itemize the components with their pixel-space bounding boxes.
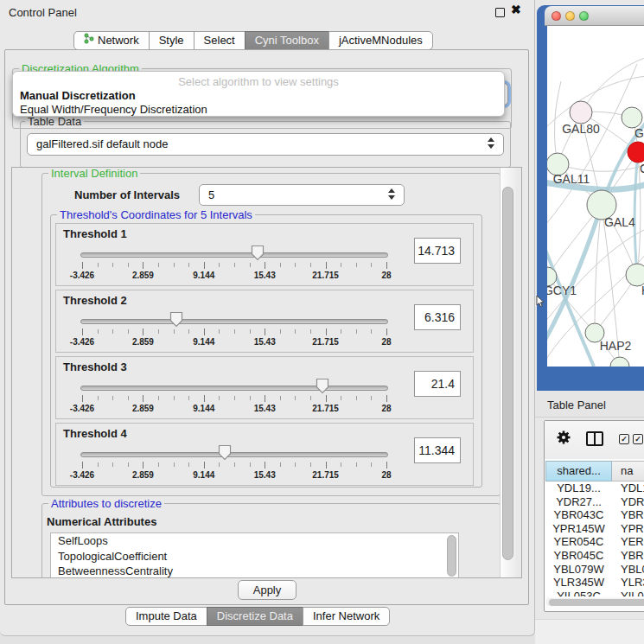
dropdown-option-manual-discretization[interactable]: Manual Discretization — [20, 89, 136, 102]
cell-shared-name: YLR345W — [545, 576, 612, 590]
tab-infer-network[interactable]: Infer Network — [303, 607, 390, 626]
edge[interactable] — [555, 81, 561, 164]
slider-tick-label: 21.715 — [312, 470, 339, 480]
cell-name: YER0 — [612, 535, 644, 549]
edge[interactable] — [558, 164, 644, 171]
tab-network[interactable]: Network — [73, 31, 150, 50]
number-of-intervals-select[interactable]: 5 — [199, 184, 405, 206]
split-table-icon[interactable] — [586, 431, 603, 446]
slider-tick-label: 28 — [381, 470, 391, 480]
slider-tick-label: 21.715 — [312, 404, 339, 413]
table-row[interactable]: YBR045CYBR0 — [545, 549, 644, 563]
node-top-green[interactable] — [622, 107, 642, 128]
slider-thumb[interactable] — [218, 444, 232, 461]
node-bottom[interactable] — [610, 357, 629, 367]
slider-track[interactable] — [80, 252, 388, 258]
float-panel-icon[interactable] — [495, 8, 505, 17]
network-window-titlebar[interactable] — [545, 6, 644, 26]
list-item-topologicalcoefficient[interactable]: TopologicalCoefficient — [51, 549, 458, 564]
numerical-attributes-label: Numerical Attributes — [47, 515, 156, 528]
node-red[interactable] — [628, 142, 644, 163]
slider-thumb[interactable] — [316, 378, 329, 394]
dropdown-placeholder-option[interactable]: Select algorithm to view settings — [13, 75, 504, 88]
cell-name: YBL0 — [612, 563, 644, 577]
minimize-button[interactable] — [565, 11, 575, 21]
tab-jactivemnodules[interactable]: jActiveMNodules — [328, 31, 433, 50]
cell-shared-name: YER054C — [545, 535, 612, 549]
table-row[interactable]: YBR043CYBR0 — [545, 508, 644, 522]
slider-ticks — [56, 262, 473, 270]
tab-label: Discretize Data — [217, 608, 293, 625]
slider-tick-label: 21.715 — [312, 271, 339, 280]
table-row[interactable]: YIL053CYIL0 — [545, 590, 644, 596]
slider-tick-label: 9.144 — [193, 404, 214, 413]
cell-shared-name: YIL053C — [545, 590, 612, 596]
threshold-value-field[interactable]: 6.316 — [414, 304, 461, 330]
scrollbar-thumb[interactable] — [549, 599, 644, 606]
apply-button[interactable]: Apply — [238, 580, 296, 600]
table-row[interactable]: YPR145WYPR1 — [545, 522, 644, 536]
cell-shared-name: YBL079W — [545, 563, 612, 577]
slider-track[interactable] — [80, 319, 388, 324]
dropdown-option-equal-width-frequency[interactable]: Equal Width/Frequency Discretization — [20, 103, 207, 116]
edge-highlighted[interactable] — [634, 152, 638, 275]
tab-select[interactable]: Select — [194, 31, 245, 50]
checkbox-icon[interactable]: ✓ — [633, 434, 643, 444]
cyni-toolbox-content: Discretization Algorithm Select algorith… — [4, 49, 529, 605]
tab-label: jActiveMNodules — [339, 32, 423, 49]
table-horizontal-scrollbar[interactable] — [546, 598, 644, 606]
gear-icon[interactable] — [556, 430, 571, 449]
network-canvas[interactable]: GAL80GACGAL11GAL4GCY1HHAP2 — [547, 26, 644, 367]
slider-tick-label: 9.144 — [193, 337, 214, 347]
threshold-panel-2: Threshold 2-3.4262.8599.14415.4321.71528… — [55, 290, 474, 353]
table-row[interactable]: YER054CYER0 — [545, 535, 644, 549]
tab-cyni-toolbox[interactable]: Cyni Toolbox — [245, 31, 329, 50]
tab-label: Select — [204, 32, 235, 49]
column-header-shared-name[interactable]: shared... — [545, 461, 612, 481]
settings-scrollbar-thumb[interactable] — [502, 187, 513, 560]
slider-track[interactable] — [80, 452, 388, 457]
tab-label: Style — [159, 32, 184, 49]
thresholds-group-title: Threshold's Coordinates for 5 Intervals — [57, 208, 255, 221]
close-icon[interactable]: ✖ — [511, 3, 521, 16]
slider-tick-label: 9.144 — [193, 271, 214, 280]
attributes-list-scrollbar[interactable] — [447, 535, 456, 577]
edge[interactable] — [581, 57, 644, 112]
slider-track[interactable] — [80, 386, 388, 391]
table-panel-title: Table Panel — [547, 399, 606, 411]
network-view-window[interactable]: GAL80GACGAL11GAL4GCY1HHAP2 — [537, 5, 644, 391]
table-row[interactable]: YDR27...YDR2 — [545, 495, 644, 509]
table-data-select[interactable]: galFiltered.sif default node — [27, 133, 504, 156]
slider-tick-label: 28 — [381, 271, 391, 280]
threshold-value-field[interactable]: 14.713 — [414, 238, 461, 264]
zoom-button[interactable] — [579, 11, 589, 21]
slider-tick-label: -3.426 — [70, 404, 94, 413]
node-pink[interactable] — [570, 101, 592, 124]
slider-thumb[interactable] — [251, 245, 265, 261]
column-header-name[interactable]: na — [612, 461, 644, 481]
cell-shared-name: YBR043C — [545, 508, 612, 522]
settings-scroll-pane: Interval Definition Number of Intervals … — [11, 167, 522, 578]
list-item-betweennesscentrality[interactable]: BetweennessCentrality — [51, 564, 458, 578]
tab-style[interactable]: Style — [149, 31, 194, 50]
table-row[interactable]: YBL079WYBL0 — [545, 563, 644, 577]
threshold-value-field[interactable]: 11.344 — [414, 437, 461, 463]
threshold-value-field[interactable]: 21.4 — [414, 371, 461, 397]
table-row[interactable]: YDL19...YDL1 — [545, 481, 644, 495]
cell-name: YPR1 — [612, 522, 644, 536]
slider-tick-label: 2.859 — [132, 271, 154, 280]
cell-shared-name: YDR27... — [545, 495, 612, 509]
tab-discretize-data[interactable]: Discretize Data — [207, 607, 303, 626]
list-item-selfloops[interactable]: SelfLoops — [51, 533, 458, 549]
slider-ticks — [56, 328, 473, 336]
slider-thumb[interactable] — [169, 311, 183, 328]
checkbox-icon[interactable]: ✓ — [619, 434, 629, 444]
network-icon — [84, 32, 94, 49]
tab-impute-data[interactable]: Impute Data — [125, 607, 207, 626]
cell-shared-name: YDL19... — [545, 481, 612, 495]
close-button[interactable] — [552, 11, 561, 21]
slider-tick-label: 2.859 — [132, 404, 154, 413]
threshold-label: Threshold 3 — [63, 360, 127, 373]
cell-name: YBR0 — [612, 549, 644, 563]
table-row[interactable]: YLR345WYLR3 — [545, 576, 644, 590]
